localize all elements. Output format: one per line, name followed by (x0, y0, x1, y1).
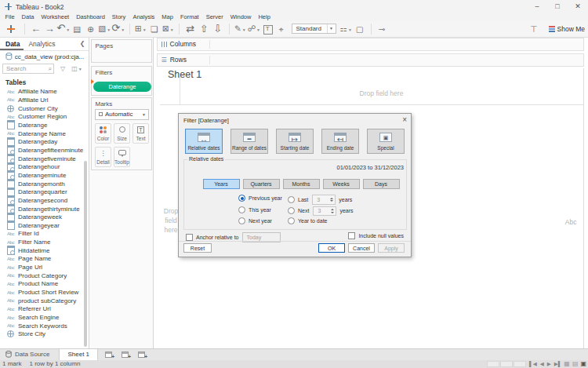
nav-first-icon[interactable]: ▌◀ (529, 361, 537, 367)
filter-type-ending-date[interactable]: Ending date (321, 129, 359, 154)
show-mark-labels-button[interactable]: ⚏▼ (339, 20, 354, 38)
radio-last-n[interactable] (288, 196, 295, 203)
menu-item-file[interactable]: File (2, 13, 18, 20)
filter-type-special[interactable]: Special (367, 129, 405, 154)
columns-shelf[interactable]: Columns (157, 38, 584, 52)
field-search-engine[interactable]: Search Engine (0, 313, 89, 322)
pages-shelf[interactable]: Pages (91, 39, 152, 63)
field-affiliate-url[interactable]: Affiliate Url (0, 96, 89, 104)
pause-updates-icon[interactable]: ⊤ (527, 21, 541, 37)
tab-data-source[interactable]: Data Source (0, 349, 59, 360)
show-labels-button[interactable]: T (261, 21, 275, 37)
field-referrer-url[interactable]: Referrer Url (0, 305, 89, 314)
anchor-checkbox[interactable] (186, 234, 193, 241)
field-hitdatetime[interactable]: Hitdatetime (0, 246, 89, 255)
menu-item-format[interactable]: Format (176, 13, 202, 20)
datasource-button[interactable]: ▧▼ (98, 20, 112, 38)
tab-analytics[interactable]: Analytics (28, 40, 55, 48)
radio-this-year[interactable] (238, 206, 245, 213)
filter-type-relative-dates[interactable]: Relative dates (185, 129, 223, 154)
option-previous-year[interactable]: Previous year (238, 195, 282, 202)
radio-next-year[interactable] (238, 217, 245, 224)
field-daterange[interactable]: Daterange (0, 121, 89, 129)
nav-next-icon[interactable]: ▶ (547, 361, 551, 367)
menu-item-data[interactable]: Data (18, 13, 38, 20)
field-customer-city[interactable]: Customer City (0, 104, 89, 113)
save-button[interactable]: ▤ (71, 21, 85, 37)
new-worksheet-button[interactable]: ⊞▼ (134, 20, 148, 38)
period-quarters-button[interactable]: Quarters (243, 179, 280, 190)
field-store-city[interactable]: Store City (0, 330, 89, 339)
field-daterangeyear[interactable]: Daterangeyear (0, 221, 89, 230)
filter-type-range-of-dates[interactable]: Range of dates (230, 129, 268, 154)
option-last-n[interactable]: Last 3 years (288, 195, 352, 205)
field-product-subcategory[interactable]: product subCategory (0, 297, 89, 305)
search-input[interactable]: Search ⌕ (2, 64, 54, 74)
duplicate-button[interactable]: ❏ (147, 21, 162, 37)
tableau-logo-toolbar-icon[interactable] (6, 24, 16, 34)
minimize-button[interactable]: – (527, 0, 547, 13)
sort-ascending-button[interactable]: ⇧ (198, 21, 212, 37)
marks-size-button[interactable]: Size (114, 123, 130, 144)
refresh-button[interactable]: ⟳▼ (111, 20, 125, 38)
filter-type-starting-date[interactable]: Starting date (276, 129, 314, 154)
field-product-name[interactable]: Product Name (0, 280, 89, 289)
filter-pill-daterange[interactable]: Daterange (93, 82, 151, 92)
share-button[interactable]: ⊸ (376, 21, 390, 37)
marks-detail-button[interactable]: ⋮ Detail (95, 147, 111, 167)
highlight-button[interactable]: ✎▼ (234, 20, 248, 38)
show-me-button[interactable]: Show Me (557, 25, 585, 33)
next-n-spinner[interactable]: 3 (313, 206, 336, 217)
new-worksheet-tab-button[interactable]: + (103, 349, 114, 360)
rows-shelf[interactable]: ☰ Rows (157, 53, 584, 67)
option-next-year[interactable]: Next year (238, 217, 272, 224)
option-this-year[interactable]: This year (238, 206, 271, 213)
mark-type-select[interactable]: Automatic ▼ (95, 109, 149, 120)
field-affiliate-name[interactable]: Affiliate Name (0, 88, 89, 97)
tab-sheet1[interactable]: Sheet 1 (59, 349, 98, 360)
period-years-button[interactable]: Years (203, 179, 240, 190)
field-product-category[interactable]: Product Category (0, 271, 89, 280)
fix-axes-button[interactable]: ⌖ (274, 21, 289, 37)
field-filter-id[interactable]: Filter Id (0, 230, 89, 239)
menu-item-server[interactable]: Server (202, 13, 227, 20)
radio-year-to-date[interactable] (288, 217, 295, 224)
view-tiles-icon[interactable]: ▦ (564, 360, 570, 367)
dialog-close-icon[interactable]: × (402, 115, 407, 124)
include-nulls-checkbox[interactable] (348, 232, 355, 239)
nav-last-icon[interactable]: ▶▌ (554, 361, 562, 367)
fit-select[interactable]: Standard ▼ (292, 24, 336, 34)
field-search-keywords[interactable]: Search Keywords (0, 322, 89, 330)
clear-sheet-button[interactable]: ⊠▼ (162, 20, 176, 38)
reset-button[interactable]: Reset (183, 243, 212, 253)
swap-button[interactable]: ⇄ (183, 21, 198, 37)
tab-data[interactable]: Data (0, 40, 28, 48)
field-product-short-review[interactable]: Product Short Review (0, 288, 89, 297)
presentation-button[interactable]: ▢ (353, 21, 367, 37)
period-weeks-button[interactable]: Weeks (323, 179, 360, 190)
field-list-scrollbar[interactable] (84, 161, 88, 347)
nav-prev-icon[interactable]: ◀ (540, 361, 544, 367)
new-datasource-button[interactable]: ⊕ (84, 21, 98, 37)
close-button[interactable]: ✕ (568, 0, 588, 13)
apply-button[interactable]: Apply (378, 243, 405, 253)
option-next-n[interactable]: Next 3 years (288, 206, 354, 217)
view-options-icon[interactable]: ◫▼ (71, 65, 82, 72)
field-page-name[interactable]: Page Name (0, 255, 89, 264)
radio-previous-year[interactable] (238, 195, 245, 202)
marks-text-button[interactable]: T Text (132, 123, 149, 144)
cancel-button[interactable]: Cancel (348, 243, 375, 253)
view-list-icon[interactable]: ▤ (572, 360, 579, 367)
new-dashboard-tab-button[interactable]: + (119, 349, 131, 360)
sort-descending-button[interactable]: ⇩ (211, 21, 225, 37)
filters-shelf[interactable]: Filters Daterange (91, 66, 152, 96)
marks-color-button[interactable]: Color (95, 123, 111, 144)
period-days-button[interactable]: Days (363, 179, 400, 190)
filter-fields-icon[interactable]: ▽ (60, 65, 65, 72)
forward-button[interactable]: → (43, 21, 57, 37)
last-n-spinner[interactable]: 3 (312, 195, 336, 205)
option-year-to-date[interactable]: Year to date (288, 217, 328, 224)
marks-tooltip-button[interactable]: Tooltip (114, 147, 130, 167)
connection-row[interactable]: cc_data_view (prod:cja... (0, 51, 89, 63)
back-button[interactable]: ← (29, 21, 43, 37)
